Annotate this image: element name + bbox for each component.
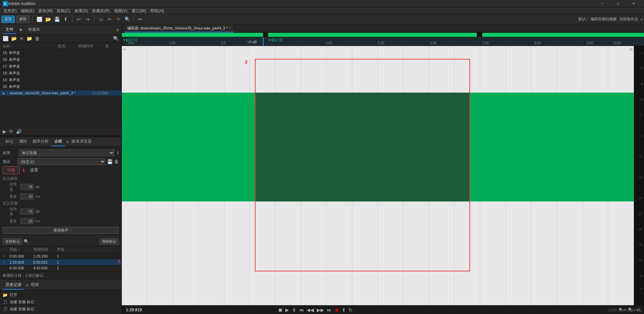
settings-link[interactable]: 设置 [30, 167, 38, 173]
marker-row[interactable]: 6:30.438 4:43.605 1 [0, 265, 121, 271]
menu-window[interactable]: 窗口(W) [130, 7, 148, 14]
clear-markers-button[interactable]: 清除标记 [99, 238, 119, 245]
menu-help[interactable]: 帮助(H) [148, 7, 166, 14]
menu-edit[interactable]: 编辑(E) [19, 7, 36, 14]
info-icon[interactable]: ℹ [117, 150, 119, 155]
rewind-button[interactable]: ◀◀ [307, 307, 314, 313]
new-file-button[interactable]: ⬜ [3, 36, 8, 41]
close-file-button[interactable]: ✕ [20, 36, 24, 41]
close-button[interactable]: ✕ [626, 0, 641, 7]
db-label: -9 [640, 134, 643, 138]
tab-favorites-star[interactable]: ★ [16, 26, 25, 34]
waveform-mode-button[interactable]: 波形 [1, 16, 15, 23]
editor-tab-menu-icon[interactable]: ≡ [229, 24, 231, 32]
effect-select[interactable]: 标记音频 [19, 149, 114, 156]
find-level-button[interactable]: 查找电平 [3, 227, 119, 234]
go-start-button[interactable]: ⏮ [299, 307, 304, 313]
signal-low-row: 信号低 dB [3, 182, 119, 192]
tab-properties[interactable]: 属性 [16, 137, 30, 146]
list-item[interactable]: 20: 单声道 [0, 83, 121, 90]
tab-favorites[interactable]: 收藏夹 [25, 26, 43, 34]
preset-select[interactable]: (自定义) [18, 158, 106, 165]
files-table: 名称 ↑ 状态 持续时间 采 15: 单声道 16: 单声道 17: 单声道 1… [0, 43, 121, 127]
tab-diagnostics[interactable]: 诊断 [51, 137, 65, 146]
list-item-selected[interactable]: ▶ ♪ downstr_olume39_1hour.wav_part4_3 * … [0, 90, 121, 96]
signal-low-input[interactable] [20, 184, 34, 190]
open-icon[interactable]: 📂 [44, 16, 52, 23]
editor-tab-active[interactable]: 编辑器: downstream_20chs_Volume39_1hour.wav… [125, 24, 234, 32]
cut-icon[interactable]: ✂ [106, 16, 113, 23]
open-file-button[interactable]: 📂 [11, 36, 17, 41]
more-workspaces-button[interactable]: » [641, 17, 643, 21]
trim-icon[interactable]: ⌗ [115, 16, 122, 23]
more-high-input[interactable] [20, 218, 34, 224]
tab-media-browser[interactable]: 媒体浏览器 [69, 137, 94, 146]
preset-delete-button[interactable]: 🗑 [114, 159, 119, 164]
volume-button[interactable]: 🔊 [16, 129, 22, 134]
menu-multitrack[interactable]: 多轨(M) [36, 7, 54, 14]
history-item[interactable]: 📂 打开 [0, 291, 121, 298]
play-pause-button[interactable]: ▶ [285, 307, 289, 313]
tab-menu-icon[interactable]: ≡ [66, 140, 69, 144]
marker-search-icon[interactable]: 🔍 [24, 239, 29, 244]
timeline-ruler[interactable]: ▼标记 01 ▼标记 02 :hms 1:00 2:0 +0 dB 4:00 5… [122, 37, 644, 46]
tab-markers[interactable]: 标记 [3, 137, 16, 146]
export-button[interactable]: ⬆ [342, 307, 346, 313]
zoom-icon[interactable]: 🔍 [124, 16, 131, 23]
record-button[interactable]: ⏺ [334, 307, 339, 313]
right-main: 编辑器: downstream_20chs_Volume39_1hour.wav… [122, 24, 644, 314]
more-low-input[interactable] [20, 193, 34, 199]
list-item[interactable]: 16: 单声道 [0, 56, 121, 63]
edit-audio-video-button[interactable]: 编辑音频到视频 [591, 17, 617, 22]
menu-clip[interactable]: 剪辑(C) [54, 7, 72, 14]
toolbar: 波形 多轨 ⬜ 📂 💾 ⬆ ↩ ↪ ▭ ✂ ⌗ 🔍 ✏ 默认↓ 编辑音频到视频 … [0, 14, 644, 24]
export-icon[interactable]: ⬆ [62, 16, 69, 23]
marker-row-selected[interactable]: ✓ 1:29.818 5:00.031 1 2 [0, 259, 121, 265]
stop-button[interactable]: ⏹ [278, 307, 283, 313]
tab-history[interactable]: 历史记录 [3, 281, 24, 290]
tab-frequency[interactable]: 频率分析 [30, 137, 51, 146]
files-table-header: 名称 ↑ 状态 持续时间 采 [0, 43, 121, 50]
play-button[interactable]: ▶ [3, 129, 6, 134]
panel-menu-icon[interactable]: ≡ [116, 28, 119, 32]
history-menu-icon[interactable]: ≡ [26, 283, 28, 288]
loop-button[interactable]: ⟳ [9, 129, 13, 134]
preset-save-button[interactable]: 💾 [107, 159, 113, 164]
default-workspace-button[interactable]: 默认↓ [578, 17, 588, 22]
pencil-icon[interactable]: ✏ [137, 16, 144, 23]
list-item[interactable]: 18: 单声道 [0, 70, 121, 77]
fast-forward-button[interactable]: ▶▶ [317, 307, 324, 313]
scan-button[interactable]: 扫描 [3, 166, 20, 174]
save-icon[interactable]: 💾 [53, 16, 61, 23]
folder-button[interactable]: 📁 [26, 36, 32, 41]
pause-button[interactable]: ⏸ [292, 307, 296, 313]
history-item[interactable]: 🎵 创建 音频 标记 [0, 306, 121, 313]
menu-effects[interactable]: 效果(S) [72, 7, 90, 14]
waveform-display[interactable]: 3 ✏ ⊟ [122, 46, 634, 305]
radio-button[interactable]: 无线电作品 [619, 17, 638, 22]
trash-button[interactable]: 🗑 [35, 36, 40, 41]
file-name: 17: 单声道 [3, 64, 119, 69]
all-markers-button[interactable]: 全部标记 [3, 238, 22, 245]
history-item[interactable]: 🎵 创建 音频 标记 [0, 298, 121, 306]
multitrack-mode-button[interactable]: 多轨 [16, 16, 30, 23]
new-icon[interactable]: ⬜ [36, 16, 43, 23]
loop-toggle-button[interactable]: ↻ [349, 307, 353, 313]
marker-row[interactable]: ✓ 0:00.000 1:29.290 1 [0, 253, 121, 259]
search-button[interactable]: 🔍 [113, 36, 119, 41]
menu-view[interactable]: 视图(V) [112, 7, 130, 14]
menu-file[interactable]: 文件(F) [1, 7, 19, 14]
minimize-button[interactable]: ─ [595, 0, 610, 7]
list-item[interactable]: 15: 单声道 [0, 50, 121, 56]
signal-high-input[interactable] [20, 209, 34, 215]
maximize-button[interactable]: □ [610, 0, 626, 7]
select-icon[interactable]: ▭ [97, 16, 105, 23]
list-item[interactable]: 19: 单声道 [0, 77, 121, 83]
tab-video[interactable]: 视频 [28, 281, 42, 290]
list-item[interactable]: 17: 单声道 [0, 63, 121, 70]
undo-icon[interactable]: ↩ [75, 16, 83, 23]
tab-files[interactable]: 文件 [3, 26, 16, 34]
go-end-button[interactable]: ⏭ [327, 307, 332, 313]
menu-favorites[interactable]: 收藏夹(R) [90, 7, 112, 14]
redo-icon[interactable]: ↪ [84, 16, 91, 23]
